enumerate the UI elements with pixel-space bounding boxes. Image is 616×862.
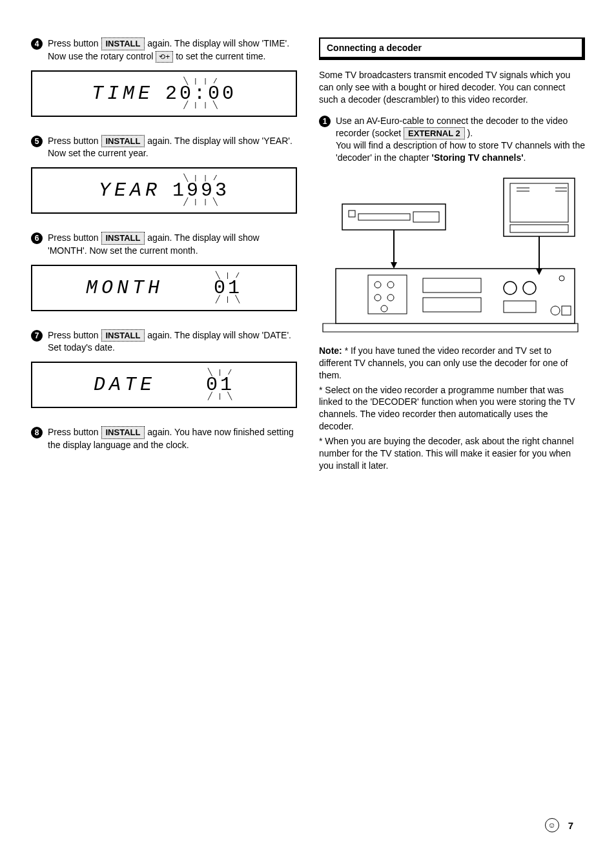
lcd-display-time: TIME ╲ | | / 20:00 ╱ | | ╲ [31, 70, 297, 117]
install-button-label: INSTALL [101, 426, 145, 439]
step-number-icon: 8 [31, 427, 43, 438]
step-number-icon: 7 [31, 330, 43, 342]
step-text: Press button INSTALL again. The display … [48, 135, 297, 159]
svg-rect-3 [413, 212, 439, 222]
connection-diagram [319, 172, 585, 333]
svg-rect-0 [342, 204, 446, 230]
step-7: 7 Press button INSTALL again. The displa… [31, 329, 297, 354]
install-button-label: INSTALL [101, 37, 145, 50]
note-3: * When you are buying the decoder, ask a… [319, 435, 585, 472]
lcd-display-month: MONTH ╲ | / 01 ╱ | ╲ [31, 265, 297, 311]
step-4: 4 Press button INSTALL again. The displa… [31, 37, 297, 63]
display-value-flashing: ╲ | / 01 ╱ | ╲ [214, 272, 242, 303]
smiley-icon: ☺ [545, 818, 559, 832]
decoder-step-1: 1 Use an AV-Euro-cable to connect the de… [319, 115, 585, 164]
svg-point-29 [559, 276, 564, 281]
step-text: Press button INSTALL again. The display … [48, 329, 297, 354]
rotary-control-icon: ⟲+ [156, 51, 173, 63]
svg-rect-26 [504, 301, 536, 313]
svg-marker-14 [536, 269, 542, 275]
svg-point-24 [504, 282, 517, 294]
display-label: DATE [94, 374, 156, 396]
intro-paragraph: Some TV broadcasters transmit encoded TV… [319, 69, 585, 106]
svg-point-20 [387, 294, 394, 301]
step-text: Use an AV-Euro-cable to connect the deco… [336, 115, 585, 164]
step-5: 5 Press button INSTALL again. The displa… [31, 135, 297, 159]
svg-rect-2 [358, 214, 410, 220]
display-label: MONTH [86, 277, 163, 299]
step-number-icon: 5 [31, 136, 43, 147]
page-number: 7 [568, 820, 573, 831]
step-number-icon: 6 [31, 232, 43, 244]
lcd-display-year: YEAR ╲ | | / 1993 ╱ | | ╲ [31, 167, 297, 214]
display-label: YEAR [99, 180, 161, 201]
display-value-flashing: ╲ | / 01 ╱ | ╲ [206, 369, 234, 400]
step-8: 8 Press button INSTALL again. You have n… [31, 426, 297, 451]
svg-rect-10 [510, 225, 568, 232]
install-button-label: INSTALL [101, 232, 145, 245]
step-text: Press button INSTALL again. The display … [48, 37, 297, 63]
svg-rect-15 [336, 269, 575, 323]
svg-rect-4 [504, 178, 575, 236]
install-button-label: INSTALL [101, 135, 145, 148]
svg-rect-28 [562, 306, 571, 315]
display-label: TIME [92, 83, 154, 105]
svg-marker-12 [391, 262, 397, 269]
svg-point-19 [375, 294, 381, 301]
step-number-icon: 1 [319, 116, 331, 127]
svg-point-17 [375, 282, 381, 288]
step-number-icon: 4 [31, 38, 43, 50]
svg-rect-23 [423, 298, 481, 312]
svg-point-25 [523, 282, 536, 294]
svg-rect-5 [510, 183, 568, 222]
display-value-flashing: ╲ | | / 1993 ╱ | | ╲ [172, 175, 229, 206]
display-value-flashing: ╲ | | / 20:00 ╱ | | ╲ [165, 78, 236, 109]
svg-point-21 [381, 305, 387, 312]
right-column: Connecting a decoder Some TV broadcaster… [319, 37, 585, 475]
svg-point-27 [551, 306, 560, 315]
external-socket-label: EXTERNAL 2 [404, 127, 465, 140]
note-1: Note: * If you have tuned the video reco… [319, 345, 585, 382]
section-heading: Connecting a decoder [319, 37, 585, 60]
install-button-label: INSTALL [101, 329, 145, 342]
svg-rect-22 [423, 278, 481, 292]
lcd-display-date: DATE ╲ | / 01 ╱ | ╲ [31, 362, 297, 408]
svg-point-18 [387, 282, 394, 288]
step-text: Press button INSTALL again. The display … [48, 232, 297, 256]
note-2: * Select on the video recorder a program… [319, 384, 585, 433]
step-6: 6 Press button INSTALL again. The displa… [31, 232, 297, 256]
step-text: Press button INSTALL again. You have now… [48, 426, 297, 451]
page-footer: ☺ 7 [545, 818, 573, 832]
svg-rect-1 [349, 210, 355, 217]
left-column: 4 Press button INSTALL again. The displa… [31, 37, 297, 475]
